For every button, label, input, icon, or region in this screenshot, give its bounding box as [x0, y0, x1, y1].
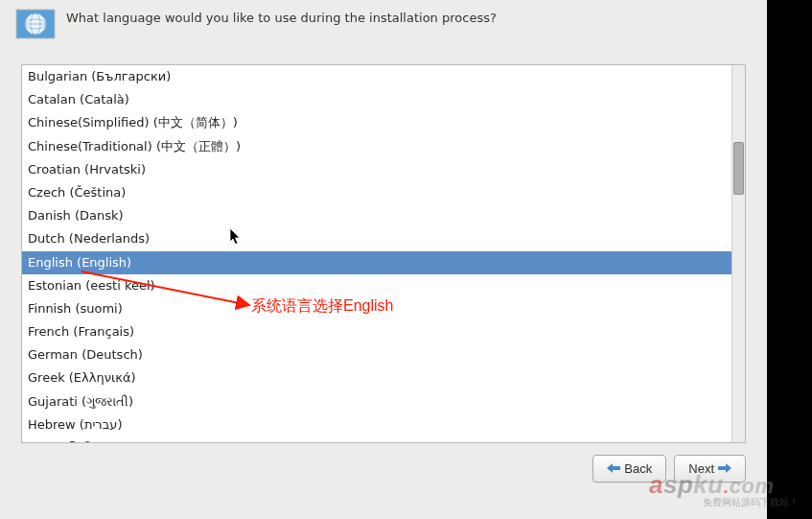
back-button[interactable]: Back: [592, 455, 666, 483]
scrollbar-thumb[interactable]: [733, 142, 744, 195]
header-question: What language would you like to use duri…: [66, 8, 497, 27]
language-option[interactable]: Dutch (Nederlands): [22, 227, 731, 250]
back-button-label: Back: [624, 461, 652, 476]
language-option[interactable]: Chinese(Traditional) (中文（正體）): [22, 135, 731, 158]
next-button-label: Next: [688, 461, 714, 476]
language-option[interactable]: Estonian (eesti keel): [22, 274, 731, 297]
language-option[interactable]: Danish (Dansk): [22, 204, 731, 227]
scrollbar[interactable]: [731, 65, 745, 442]
language-option[interactable]: Croatian (Hrvatski): [22, 158, 731, 181]
language-option[interactable]: English (English): [22, 251, 731, 274]
button-bar: Back Next: [0, 443, 767, 492]
language-option[interactable]: Hindi (हिन्दी): [22, 436, 731, 442]
installer-window: What language would you like to use duri…: [0, 0, 767, 519]
language-option[interactable]: Greek (Ελληνικά): [22, 366, 731, 389]
header: What language would you like to use duri…: [0, 0, 767, 50]
language-option[interactable]: Hebrew (עברית): [22, 413, 731, 436]
language-option[interactable]: Catalan (Català): [22, 88, 731, 111]
language-list[interactable]: Bulgarian (Български)Catalan (Català)Chi…: [22, 65, 731, 442]
globe-flag-icon: [14, 8, 57, 42]
arrow-right-icon: [718, 461, 731, 476]
annotation-text: 系统语言选择English: [251, 296, 393, 317]
language-option[interactable]: Gujarati (ગુજરાતી): [22, 390, 731, 413]
language-option[interactable]: German (Deutsch): [22, 343, 731, 366]
language-option[interactable]: French (Français): [22, 320, 731, 343]
language-option[interactable]: Bulgarian (Български): [22, 65, 731, 88]
next-button[interactable]: Next: [674, 455, 746, 483]
language-option[interactable]: Czech (Čeština): [22, 181, 731, 204]
arrow-left-icon: [607, 461, 620, 476]
language-option[interactable]: Chinese(Simplified) (中文（简体）): [22, 111, 731, 134]
language-list-container: Bulgarian (Български)Catalan (Català)Chi…: [21, 64, 746, 443]
